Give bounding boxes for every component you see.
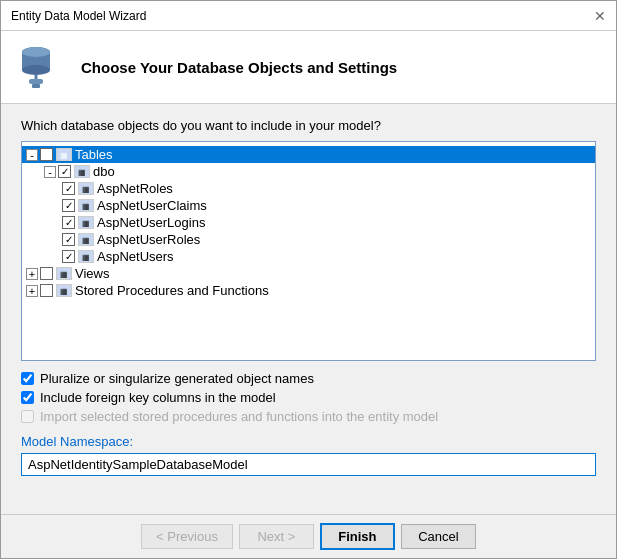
foreign-key-checkbox[interactable] bbox=[21, 391, 34, 404]
label-aspnetuserclaims: AspNetUserClaims bbox=[97, 198, 207, 213]
checkbox-aspnetusers[interactable] bbox=[62, 250, 75, 263]
table-icon-aspnetuserlogins: ▦ bbox=[78, 216, 94, 229]
import-stored-label: Import selected stored procedures and fu… bbox=[40, 409, 438, 424]
wizard-icon bbox=[17, 43, 65, 91]
tree-item-aspnetuserclaims[interactable]: ▦ AspNetUserClaims bbox=[58, 197, 595, 214]
checkbox-aspnetuserroles[interactable] bbox=[62, 233, 75, 246]
label-stored-procs: Stored Procedures and Functions bbox=[75, 283, 269, 298]
tree-item-aspnetusers[interactable]: ▦ AspNetUsers bbox=[58, 248, 595, 265]
checkbox-aspnetuserlogins[interactable] bbox=[62, 216, 75, 229]
checkbox-stored-procs[interactable] bbox=[40, 284, 53, 297]
content-area: Which database objects do you want to in… bbox=[1, 104, 616, 514]
tree-item-aspnetuserlogins[interactable]: ▦ AspNetUserLogins bbox=[58, 214, 595, 231]
tree-item-stored-procs[interactable]: + ▦ Stored Procedures and Functions bbox=[22, 282, 595, 299]
tree-item-views[interactable]: + ▦ Views bbox=[22, 265, 595, 282]
namespace-section: Model Namespace: bbox=[21, 434, 596, 476]
import-stored-option[interactable]: Import selected stored procedures and fu… bbox=[21, 409, 596, 424]
foreign-key-label: Include foreign key columns in the model bbox=[40, 390, 276, 405]
next-button[interactable]: Next > bbox=[239, 524, 314, 549]
svg-point-3 bbox=[22, 47, 50, 57]
table-icon-aspnetuserclaims: ▦ bbox=[78, 199, 94, 212]
close-button[interactable]: ✕ bbox=[594, 9, 606, 23]
pluralize-option[interactable]: Pluralize or singularize generated objec… bbox=[21, 371, 596, 386]
pluralize-label: Pluralize or singularize generated objec… bbox=[40, 371, 314, 386]
wizard-window: Entity Data Model Wizard ✕ Choose Your D… bbox=[0, 0, 617, 559]
tree-item-aspnetuserroles[interactable]: ▦ AspNetUserRoles bbox=[58, 231, 595, 248]
svg-rect-5 bbox=[29, 79, 43, 84]
finish-button[interactable]: Finish bbox=[320, 523, 395, 550]
table-icon-aspnetusers: ▦ bbox=[78, 250, 94, 263]
svg-rect-6 bbox=[32, 84, 40, 88]
label-aspnetuserlogins: AspNetUserLogins bbox=[97, 215, 205, 230]
import-stored-checkbox[interactable] bbox=[21, 410, 34, 423]
pluralize-checkbox[interactable] bbox=[21, 372, 34, 385]
checkbox-tables[interactable] bbox=[40, 148, 53, 161]
expand-icon-stored-procs[interactable]: + bbox=[26, 285, 38, 297]
header-title: Choose Your Database Objects and Setting… bbox=[81, 59, 397, 76]
table-icon-views: ▦ bbox=[56, 267, 72, 280]
expand-icon-views[interactable]: + bbox=[26, 268, 38, 280]
foreign-key-option[interactable]: Include foreign key columns in the model bbox=[21, 390, 596, 405]
label-aspnetroles: AspNetRoles bbox=[97, 181, 173, 196]
checkbox-aspnetuserclaims[interactable] bbox=[62, 199, 75, 212]
namespace-input[interactable] bbox=[21, 453, 596, 476]
title-bar: Entity Data Model Wizard ✕ bbox=[1, 1, 616, 31]
label-dbo: dbo bbox=[93, 164, 115, 179]
window-title: Entity Data Model Wizard bbox=[11, 9, 146, 23]
tree-item-tables[interactable]: - ▦ Tables bbox=[22, 146, 595, 163]
label-views: Views bbox=[75, 266, 109, 281]
table-icon-aspnetuserroles: ▦ bbox=[78, 233, 94, 246]
table-icon-aspnetroles: ▦ bbox=[78, 182, 94, 195]
table-icon-stored-procs: ▦ bbox=[56, 284, 72, 297]
checkbox-views[interactable] bbox=[40, 267, 53, 280]
label-aspnetuserroles: AspNetUserRoles bbox=[97, 232, 200, 247]
previous-button[interactable]: < Previous bbox=[141, 524, 233, 549]
cancel-button[interactable]: Cancel bbox=[401, 524, 476, 549]
header-area: Choose Your Database Objects and Setting… bbox=[1, 31, 616, 104]
table-icon-dbo: ▦ bbox=[74, 165, 90, 178]
footer: < Previous Next > Finish Cancel bbox=[1, 514, 616, 558]
table-icon-tables: ▦ bbox=[56, 148, 72, 161]
question-label: Which database objects do you want to in… bbox=[21, 118, 596, 133]
svg-point-2 bbox=[22, 65, 50, 75]
checkbox-aspnetroles[interactable] bbox=[62, 182, 75, 195]
namespace-label: Model Namespace: bbox=[21, 434, 596, 449]
checkbox-dbo[interactable] bbox=[58, 165, 71, 178]
tree-container[interactable]: - ▦ Tables - ▦ dbo ▦ AspNetRoles ▦ bbox=[21, 141, 596, 361]
label-tables: Tables bbox=[75, 147, 113, 162]
tree-item-dbo[interactable]: - ▦ dbo bbox=[40, 163, 595, 180]
tree-item-aspnetroles[interactable]: ▦ AspNetRoles bbox=[58, 180, 595, 197]
label-aspnetusers: AspNetUsers bbox=[97, 249, 174, 264]
expand-icon-tables[interactable]: - bbox=[26, 149, 38, 161]
expand-icon-dbo[interactable]: - bbox=[44, 166, 56, 178]
options-area: Pluralize or singularize generated objec… bbox=[21, 371, 596, 424]
